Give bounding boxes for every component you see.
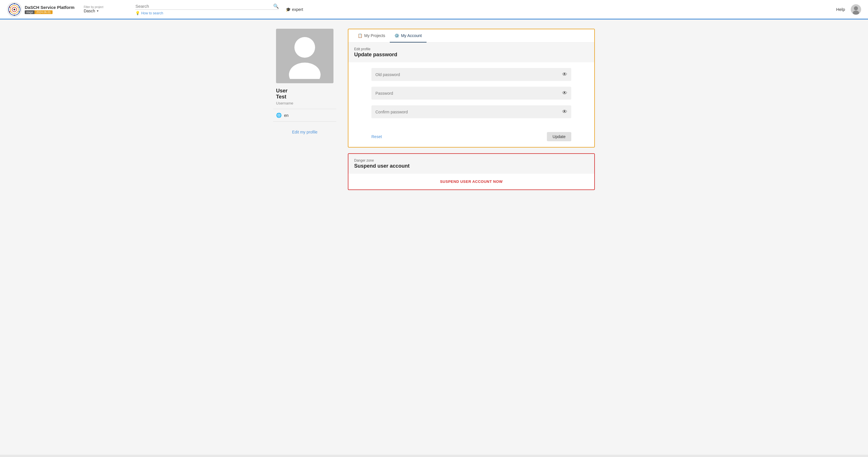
form-actions: Reset Update: [348, 130, 594, 147]
profile-avatar: [276, 29, 334, 83]
user-first-name: User: [273, 88, 287, 94]
globe-icon: 🌐: [276, 112, 282, 118]
language-row: 🌐 en: [273, 112, 289, 118]
svg-point-14: [289, 63, 320, 79]
chevron-down-icon: ▾: [97, 9, 98, 13]
edit-profile-section: Edit profile Update password: [348, 42, 594, 62]
search-icon: 🔍: [273, 3, 279, 9]
header-right: Help: [836, 4, 861, 14]
divider: [273, 109, 336, 109]
password-field: 👁: [371, 87, 571, 100]
avatar[interactable]: [851, 4, 861, 14]
danger-action-area: SUSPEND USER ACCOUNT NOW: [348, 174, 594, 190]
left-panel: User Test Username 🌐 en Edit my profile: [273, 29, 336, 190]
main-content: User Test Username 🌐 en Edit my profile …: [262, 20, 606, 199]
search-input[interactable]: [135, 4, 271, 9]
expert-mode[interactable]: 🎓 expert: [286, 7, 303, 12]
danger-header: Danger zone Suspend user account: [348, 154, 594, 174]
username-label: Username: [273, 101, 293, 105]
search-bar: 🔍: [135, 3, 279, 10]
logo-icon: [7, 2, 22, 17]
eye-icon-old[interactable]: 👁: [562, 71, 567, 77]
svg-point-11: [854, 6, 858, 10]
bottom-bar: [0, 455, 868, 457]
svg-point-4: [19, 7, 20, 8]
svg-point-6: [14, 14, 15, 16]
password-input[interactable]: [375, 91, 560, 96]
account-card: 📋 My Projects ⚙️ My Account Edit profile…: [348, 29, 595, 148]
svg-point-3: [14, 3, 15, 4]
edit-profile-label: Edit profile: [354, 47, 589, 51]
app-title: DaSCH Service Platform: [25, 5, 74, 10]
suspend-button[interactable]: SUSPEND USER ACCOUNT NOW: [440, 179, 503, 184]
how-to-search-link[interactable]: How to search: [141, 11, 163, 15]
danger-zone-label: Danger zone: [354, 159, 589, 162]
suspend-title: Suspend user account: [354, 163, 589, 169]
filter-select-control[interactable]: Dasch ▾: [84, 9, 129, 13]
tab-my-account-label: My Account: [401, 33, 422, 38]
reset-button[interactable]: Reset: [371, 134, 382, 139]
graduation-icon: 🎓: [286, 7, 291, 12]
logo-text: DaSCH Service Platform stage 2024.06.01: [25, 5, 74, 14]
tab-my-account[interactable]: ⚙️ My Account: [390, 29, 426, 42]
filter-value: Dasch: [84, 9, 95, 13]
eye-icon-confirm[interactable]: 👁: [562, 109, 567, 115]
svg-point-13: [294, 37, 315, 58]
right-panel: 📋 My Projects ⚙️ My Account Edit profile…: [348, 29, 595, 190]
confirm-password-input[interactable]: [375, 110, 560, 114]
password-wrapper: 👁: [371, 87, 571, 100]
help-link[interactable]: Help: [836, 7, 845, 12]
filter-label: Filter by project: [84, 5, 129, 9]
eye-icon-password[interactable]: 👁: [562, 90, 567, 96]
danger-card: Danger zone Suspend user account SUSPEND…: [348, 153, 595, 190]
confirm-password-wrapper: 👁: [371, 105, 571, 118]
logo-area: DaSCH Service Platform stage 2024.06.01: [7, 2, 74, 17]
old-password-field: 👁: [371, 68, 571, 81]
svg-point-5: [19, 11, 20, 12]
how-to-search[interactable]: 💡 How to search: [135, 11, 279, 15]
tabs: 📋 My Projects ⚙️ My Account: [348, 29, 594, 42]
update-password-title: Update password: [354, 52, 589, 58]
search-area: 🔍 💡 How to search: [135, 3, 279, 15]
expert-label: expert: [292, 7, 303, 12]
projects-icon: 📋: [358, 33, 363, 38]
language-value: en: [284, 113, 289, 118]
bulb-icon: 💡: [135, 11, 140, 15]
app-header: DaSCH Service Platform stage 2024.06.01 …: [0, 0, 868, 20]
svg-point-9: [13, 9, 15, 10]
user-last-name: Test: [273, 94, 286, 100]
tab-my-projects[interactable]: 📋 My Projects: [353, 29, 390, 42]
old-password-input[interactable]: [375, 72, 560, 77]
stage-badge: stage 2024.06.01: [25, 10, 74, 14]
stage-label: stage: [25, 10, 34, 14]
old-password-wrapper: 👁: [371, 68, 571, 81]
project-filter[interactable]: Filter by project Dasch ▾: [84, 5, 129, 13]
update-button[interactable]: Update: [547, 132, 571, 141]
svg-point-7: [9, 11, 10, 12]
stage-version: 2024.06.01: [34, 10, 52, 14]
svg-point-8: [9, 7, 10, 8]
tab-my-projects-label: My Projects: [364, 33, 385, 38]
edit-profile-link[interactable]: Edit my profile: [292, 130, 318, 134]
confirm-password-field: 👁: [371, 105, 571, 118]
password-form: 👁 👁 👁: [348, 62, 594, 130]
gear-icon: ⚙️: [394, 33, 399, 38]
